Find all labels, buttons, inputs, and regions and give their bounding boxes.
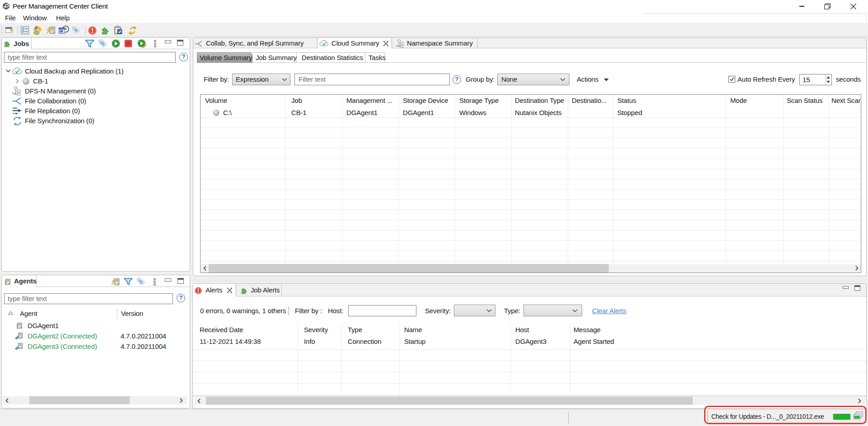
- svg-text:12: 12: [60, 30, 63, 33]
